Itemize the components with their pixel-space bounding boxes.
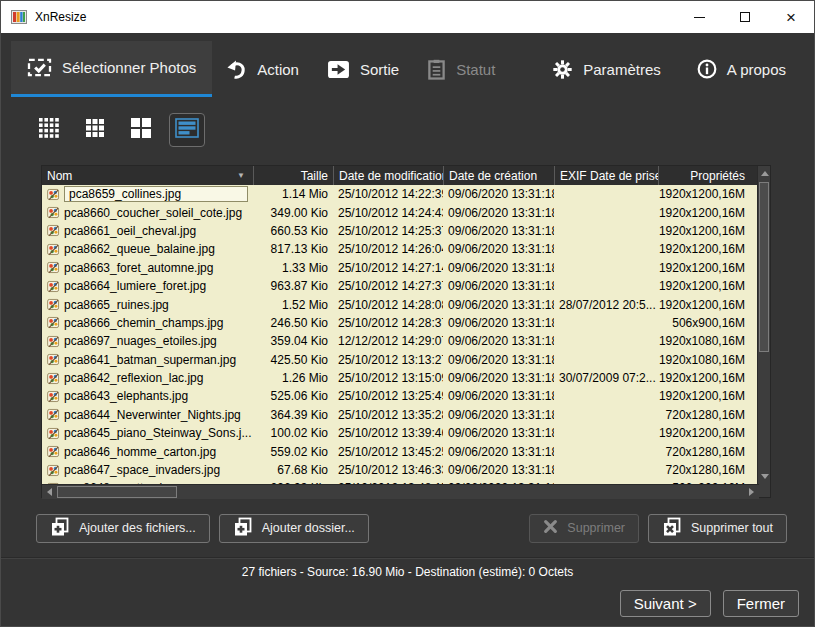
cell-created: 09/06/2020 13:31:18 <box>443 353 554 367</box>
column-header-1[interactable]: Taille <box>253 166 333 185</box>
table-row[interactable]: pca8661_oeil_cheval.jpg660.53 Kio25/10/2… <box>42 222 759 240</box>
maximize-button[interactable] <box>722 1 768 33</box>
view-details-list-button[interactable] <box>169 113 205 147</box>
view-thumbnails-medium-button[interactable] <box>77 113 113 147</box>
column-header-5[interactable]: Propriétés <box>658 166 759 185</box>
table-row[interactable]: pca8646_homme_carton.jpg559.02 Kio25/10/… <box>42 442 759 460</box>
column-header-3[interactable]: Date de création <box>443 166 554 185</box>
remove-label: Supprimer <box>567 521 625 535</box>
scroll-up-icon[interactable] <box>761 171 769 176</box>
remove-x-icon <box>543 519 558 537</box>
status-bar: 27 fichiers - Source: 16.90 Mio - Destin… <box>1 565 814 579</box>
table-row[interactable]: pca8662_queue_balaine.jpg817.13 Kio25/10… <box>42 240 759 258</box>
cell-exif: 30/07/2009 07:2... <box>554 371 658 385</box>
window-title: XnResize <box>35 10 86 24</box>
next-button[interactable]: Suivant > <box>620 590 711 617</box>
column-header-4[interactable]: EXIF Date de prise <box>554 166 658 185</box>
table-row[interactable]: pca8660_coucher_soleil_cote.jpg349.00 Ki… <box>42 203 759 221</box>
file-name: pca8661_oeil_cheval.jpg <box>64 224 196 238</box>
scroll-left-icon[interactable] <box>47 488 52 496</box>
table-row[interactable]: pca8647_space_invaders.jpg67.68 Kio25/10… <box>42 461 759 479</box>
cell-props: 1920x1200,16M <box>658 224 759 238</box>
remove-all-button[interactable]: Supprimer tout <box>648 514 787 543</box>
cell-modified: 25/10/2012 14:25:37 <box>333 224 443 238</box>
minimize-button[interactable] <box>676 1 722 33</box>
table-row[interactable]: pca8644_Neverwinter_Nights.jpg364.39 Kio… <box>42 406 759 424</box>
add-folder-button[interactable]: Ajouter dossier... <box>219 514 369 543</box>
column-header-2[interactable]: Date de modification <box>333 166 443 185</box>
output-arrow-icon <box>327 60 350 79</box>
file-name: pca8662_queue_balaine.jpg <box>64 242 215 256</box>
remove-all-icon <box>662 517 682 540</box>
image-file-icon <box>47 280 60 293</box>
add-folder-label: Ajouter dossier... <box>262 521 355 535</box>
table-row[interactable]: pca8664_lumiere_foret.jpg963.87 Kio25/10… <box>42 277 759 295</box>
cell-created: 09/06/2020 13:31:18 <box>443 463 554 477</box>
grid-small-icon <box>38 117 60 143</box>
table-row[interactable]: pca8643_elephants.jpg525.06 Kio25/10/201… <box>42 387 759 405</box>
column-label: Date de création <box>449 169 537 183</box>
cell-name: pca8665_ruines.jpg <box>42 298 253 312</box>
vertical-scrollbar[interactable] <box>757 166 770 484</box>
table-row[interactable]: pca8645_piano_Steinway_Sons.j...100.02 K… <box>42 424 759 442</box>
file-name: pca8646_homme_carton.jpg <box>64 445 216 459</box>
image-file-icon <box>47 353 60 366</box>
cell-modified: 25/10/2012 13:39:46 <box>333 426 443 440</box>
cell-name: pca8660_coucher_soleil_cote.jpg <box>42 206 253 220</box>
image-file-icon <box>47 316 60 329</box>
tab-action[interactable]: Action <box>212 41 313 97</box>
image-file-icon <box>47 298 60 311</box>
cell-size: 963.87 Kio <box>253 279 333 293</box>
table-row[interactable]: pca8665_ruines.jpg1.52 Mio25/10/2012 14:… <box>42 295 759 313</box>
view-thumbnails-small-button[interactable] <box>31 113 67 147</box>
cell-size: 246.50 Kio <box>253 316 333 330</box>
table-row[interactable]: pca8659_collines.jpg1.14 Mio25/10/2012 1… <box>42 185 759 203</box>
cell-name: pca8643_elephants.jpg <box>42 389 253 403</box>
info-icon <box>697 59 717 79</box>
cell-modified: 25/10/2012 13:13:27 <box>333 353 443 367</box>
add-files-button[interactable]: Ajouter des fichiers... <box>36 514 210 543</box>
cell-name: pca8664_lumiere_foret.jpg <box>42 279 253 293</box>
tab-parametres[interactable]: Paramètres <box>538 41 675 97</box>
column-header-0[interactable]: Nom▼ <box>42 166 253 185</box>
remove-button: Supprimer <box>529 514 639 543</box>
cell-props: 1920x1200,16M <box>658 371 759 385</box>
table-row[interactable]: pca8666_chemin_champs.jpg246.50 Kio25/10… <box>42 314 759 332</box>
file-table: Nom▼TailleDate de modificationDate de cr… <box>41 165 771 498</box>
scroll-right-icon[interactable] <box>749 488 754 496</box>
horizontal-scroll-thumb[interactable] <box>57 486 177 498</box>
tab-selectionner-photos[interactable]: Sélectionner Photos <box>11 41 212 97</box>
cell-created: 09/06/2020 13:31:18 <box>443 187 554 201</box>
remove-all-label: Supprimer tout <box>691 521 773 535</box>
cell-size: 67.68 Kio <box>253 463 333 477</box>
cell-created: 09/06/2020 13:31:18 <box>443 389 554 403</box>
tab-a-propos[interactable]: A propos <box>683 41 800 97</box>
image-file-icon <box>47 390 60 403</box>
cell-props: 1920x1200,16M <box>658 426 759 440</box>
app-logo-icon <box>11 9 27 25</box>
view-thumbnails-large-button[interactable] <box>123 113 159 147</box>
cell-created: 09/06/2020 13:31:18 <box>443 426 554 440</box>
close-window-button[interactable]: Fermer <box>723 590 799 617</box>
file-name: pca8663_foret_automne.jpg <box>64 261 213 275</box>
file-name: pca8664_lumiere_foret.jpg <box>64 279 206 293</box>
table-row[interactable]: pca8642_reflexion_lac.jpg1.26 Mio25/10/2… <box>42 369 759 387</box>
close-button[interactable]: × <box>768 1 814 33</box>
tab-sortie[interactable]: Sortie <box>313 41 413 97</box>
image-file-icon <box>47 188 60 201</box>
vertical-scroll-thumb[interactable] <box>759 182 769 352</box>
cell-modified: 25/10/2012 14:28:08 <box>333 298 443 312</box>
horizontal-scrollbar[interactable] <box>42 484 759 499</box>
column-label: Date de modification <box>339 169 443 183</box>
cell-name: pca8642_reflexion_lac.jpg <box>42 371 253 385</box>
table-row[interactable]: pca8641_batman_superman.jpg425.50 Kio25/… <box>42 351 759 369</box>
add-files-icon <box>50 517 70 540</box>
minimize-icon <box>694 17 705 18</box>
table-row[interactable]: pca8663_foret_automne.jpg1.33 Mio25/10/2… <box>42 259 759 277</box>
sort-indicator-icon[interactable]: ▼ <box>237 171 248 180</box>
file-name: pca8644_Neverwinter_Nights.jpg <box>64 408 241 422</box>
cell-created: 09/06/2020 13:31:18 <box>443 408 554 422</box>
table-row[interactable]: pca8697_nuages_etoiles.jpg359.04 Kio12/1… <box>42 332 759 350</box>
cell-name: pca8661_oeil_cheval.jpg <box>42 224 253 238</box>
scroll-down-icon[interactable] <box>761 474 769 479</box>
